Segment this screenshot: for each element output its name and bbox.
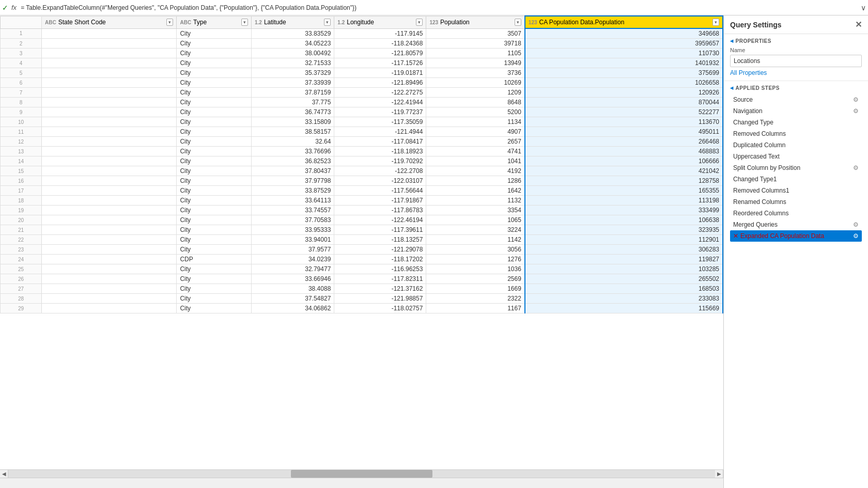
close-icon[interactable]: ✕ bbox=[855, 20, 862, 29]
column-label-col-latitude: Latitude bbox=[264, 19, 322, 26]
formula-expand-icon[interactable]: ∨ bbox=[861, 4, 866, 12]
table-row[interactable]: 23City37.9577-121.290783056306283 bbox=[1, 245, 723, 255]
query-name-input[interactable] bbox=[730, 55, 862, 67]
filter-button-col-population[interactable]: ▾ bbox=[515, 19, 521, 26]
table-row[interactable]: 26City33.66946-117.823112569265502 bbox=[1, 274, 723, 284]
table-row[interactable]: 19City33.74557-117.867833354333499 bbox=[1, 206, 723, 215]
cell-longitude: -117.35059 bbox=[334, 117, 426, 127]
type-icon-col-latitude: 1.2 bbox=[255, 20, 262, 25]
step-item-changed-type1[interactable]: Changed Type1 bbox=[730, 174, 862, 185]
formula-input[interactable] bbox=[21, 4, 861, 11]
formula-fx-label: fx bbox=[11, 4, 17, 11]
step-gear-icon[interactable]: ⚙ bbox=[853, 96, 859, 103]
table-row[interactable]: 17City33.87529-117.566441642165355 bbox=[1, 186, 723, 196]
cell-state-short bbox=[42, 28, 177, 39]
table-row[interactable]: 14City36.82523-119.702921041106666 bbox=[1, 156, 723, 166]
cell-longitude: -118.02757 bbox=[334, 304, 426, 313]
table-row[interactable]: 6City37.33939-121.89496102691026658 bbox=[1, 78, 723, 88]
cell-state-short bbox=[42, 206, 177, 215]
table-row[interactable]: 11City38.58157-121.49444907495011 bbox=[1, 127, 723, 137]
step-item-uppercased-text[interactable]: Uppercased Text bbox=[730, 151, 862, 162]
row-number: 16 bbox=[1, 176, 42, 186]
cell-ca-population: 233083 bbox=[525, 294, 723, 304]
scroll-left-arrow[interactable]: ◀ bbox=[0, 470, 8, 478]
cell-state-short bbox=[42, 304, 177, 313]
cell-population: 1065 bbox=[426, 215, 525, 225]
table-row[interactable]: 12City32.64-117.084172657266468 bbox=[1, 137, 723, 147]
step-item-merged-queries[interactable]: Merged Queries⚙ bbox=[730, 219, 862, 230]
table-row[interactable]: 21City33.95333-117.396113224323935 bbox=[1, 225, 723, 235]
column-header-col-latitude[interactable]: 1.2Latitude▾ bbox=[251, 16, 334, 28]
cell-latitude: 37.9577 bbox=[251, 245, 334, 255]
cell-type: City bbox=[177, 78, 252, 88]
table-row[interactable]: 9City36.74773-119.772375200522277 bbox=[1, 107, 723, 117]
column-label-col-longitude: Longitude bbox=[347, 19, 414, 26]
table-row[interactable]: 4City32.71533-117.15726139491401932 bbox=[1, 58, 723, 68]
step-item-renamed-columns[interactable]: Renamed Columns bbox=[730, 196, 862, 208]
cell-latitude: 35.37329 bbox=[251, 68, 334, 78]
table-row[interactable]: 18City33.64113-117.918671132113198 bbox=[1, 196, 723, 206]
cell-type: City bbox=[177, 156, 252, 166]
all-properties-link[interactable]: All Properties bbox=[730, 69, 862, 76]
table-row[interactable]: 3City38.00492-121.805791105110730 bbox=[1, 49, 723, 58]
cell-type: City bbox=[177, 39, 252, 49]
step-gear-icon[interactable]: ⚙ bbox=[853, 221, 859, 228]
filter-button-col-longitude[interactable]: ▾ bbox=[416, 19, 423, 26]
column-header-col-state-short[interactable]: ABCState Short Code▾ bbox=[42, 16, 177, 28]
table-row[interactable]: 13City33.76696-118.189234741468883 bbox=[1, 147, 723, 156]
step-item-navigation[interactable]: Navigation⚙ bbox=[730, 105, 862, 117]
cell-ca-population: 306283 bbox=[525, 245, 723, 255]
step-gear-icon[interactable]: ⚙ bbox=[853, 232, 859, 240]
step-item-split-column-by-position[interactable]: Split Column by Position⚙ bbox=[730, 162, 862, 174]
table-row[interactable]: 10City33.15809-117.350591134113670 bbox=[1, 117, 723, 127]
step-item-removed-columns1[interactable]: Removed Columns1 bbox=[730, 185, 862, 196]
row-number: 5 bbox=[1, 68, 42, 78]
cell-ca-population: 1026658 bbox=[525, 78, 723, 88]
horizontal-scrollbar[interactable]: ◀ ▶ bbox=[0, 469, 723, 478]
step-gear-icon[interactable]: ⚙ bbox=[853, 107, 859, 115]
table-row[interactable]: 8City37.775-122.419448648870044 bbox=[1, 98, 723, 107]
step-item-expanded-ca-population-data[interactable]: ✕Expanded CA Population Data⚙ bbox=[730, 230, 862, 242]
table-row[interactable]: 29City34.06862-118.027571167115669 bbox=[1, 304, 723, 313]
step-item-duplicated-column[interactable]: Duplicated Column bbox=[730, 139, 862, 151]
column-header-col-ca-population[interactable]: 123CA Population Data.Population▾ bbox=[525, 16, 723, 28]
cell-ca-population: 333499 bbox=[525, 206, 723, 215]
cell-type: CDP bbox=[177, 255, 252, 264]
table-row[interactable]: 28City37.54827-121.988572322233083 bbox=[1, 294, 723, 304]
table-row[interactable]: 7City37.87159-122.272751209120926 bbox=[1, 88, 723, 98]
cell-population: 1286 bbox=[426, 176, 525, 186]
formula-check-icon[interactable]: ✓ bbox=[2, 4, 8, 12]
cell-type: City bbox=[177, 68, 252, 78]
row-number: 10 bbox=[1, 117, 42, 127]
column-header-col-type[interactable]: ABCType▾ bbox=[177, 16, 252, 28]
step-item-source[interactable]: Source⚙ bbox=[730, 94, 862, 105]
scroll-track[interactable] bbox=[8, 470, 715, 478]
scroll-right-arrow[interactable]: ▶ bbox=[715, 470, 723, 478]
table-row[interactable]: 22City33.94001-118.132571142112901 bbox=[1, 235, 723, 245]
table-row[interactable]: 27City38.4088-121.371621669168503 bbox=[1, 284, 723, 294]
step-gear-icon[interactable]: ⚙ bbox=[853, 164, 859, 171]
filter-button-col-state-short[interactable]: ▾ bbox=[166, 19, 173, 26]
table-row[interactable]: 24CDP34.0239-118.172021276119827 bbox=[1, 255, 723, 264]
row-number: 27 bbox=[1, 284, 42, 294]
step-item-changed-type[interactable]: Changed Type bbox=[730, 117, 862, 128]
row-number: 13 bbox=[1, 147, 42, 156]
table-row[interactable]: 16City37.97798-122.031071286128758 bbox=[1, 176, 723, 186]
step-item-removed-columns[interactable]: Removed Columns bbox=[730, 128, 862, 139]
step-item-reordered-columns[interactable]: Reordered Columns bbox=[730, 208, 862, 219]
table-row[interactable]: 1City33.83529-117.91453507349668 bbox=[1, 28, 723, 39]
table-row[interactable]: 20City37.70583-122.461941065106638 bbox=[1, 215, 723, 225]
filter-button-col-type[interactable]: ▾ bbox=[241, 19, 248, 26]
table-row[interactable]: 15City37.80437-122.27084192421042 bbox=[1, 166, 723, 176]
filter-button-col-ca-population[interactable]: ▾ bbox=[712, 19, 719, 26]
table-row[interactable]: 2City34.05223-118.24368397183959657 bbox=[1, 39, 723, 49]
table-row[interactable]: 25City32.79477-116.962531036103285 bbox=[1, 264, 723, 274]
filter-button-col-latitude[interactable]: ▾ bbox=[324, 19, 331, 26]
scroll-thumb[interactable] bbox=[291, 470, 432, 478]
data-table-container[interactable]: ABCState Short Code▾ABCType▾1.2Latitude▾… bbox=[0, 15, 723, 469]
column-header-col-longitude[interactable]: 1.2Longitude▾ bbox=[334, 16, 426, 28]
cell-longitude: -119.70292 bbox=[334, 156, 426, 166]
cell-longitude: -117.08417 bbox=[334, 137, 426, 147]
table-row[interactable]: 5City35.37329-119.018713736375699 bbox=[1, 68, 723, 78]
column-header-col-population[interactable]: 123Population▾ bbox=[426, 16, 525, 28]
